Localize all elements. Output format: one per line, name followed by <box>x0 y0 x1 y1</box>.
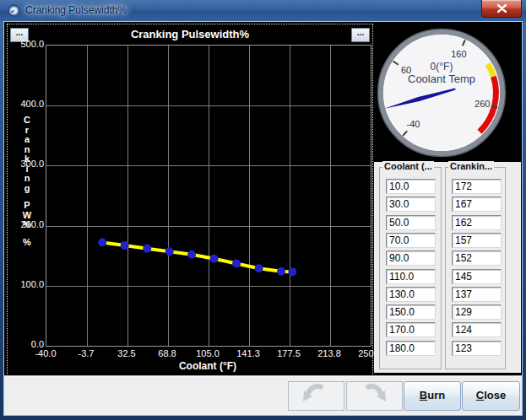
curve-line <box>102 243 292 272</box>
cell-input[interactable] <box>452 269 502 284</box>
y-tick-label: 400.0 <box>8 99 44 109</box>
chart-options-right-button[interactable]: ... <box>351 28 370 42</box>
cell-input[interactable] <box>386 322 436 337</box>
gauge-tick-label: -40 <box>407 119 420 129</box>
burn-button[interactable]: Burn <box>404 381 461 411</box>
x-tick-label: 141.3 <box>228 348 268 358</box>
cell-input[interactable] <box>452 197 502 212</box>
cell-input[interactable] <box>386 287 436 302</box>
x-tick-label: 68.8 <box>147 348 187 358</box>
close-button[interactable] <box>481 0 522 18</box>
curve-point[interactable] <box>210 255 219 263</box>
close-dialog-button[interactable]: Close <box>462 381 520 411</box>
column-header: Coolant (... <box>382 161 434 171</box>
curve-point[interactable] <box>277 267 285 276</box>
cell-input[interactable] <box>386 250 436 266</box>
cell-input[interactable] <box>452 322 502 337</box>
x-tick-label: -3.7 <box>66 348 106 358</box>
cell-input[interactable] <box>452 304 502 320</box>
curve-point[interactable] <box>98 239 106 247</box>
cell-input[interactable] <box>386 179 436 194</box>
cell-input[interactable] <box>386 304 436 320</box>
window-frame: Cranking Pulsewidth% Cranking Pulsewidth… <box>0 0 526 420</box>
gauge-tick-label: 160 <box>451 49 466 59</box>
gauge-tick-label: 260 <box>474 99 490 109</box>
chart-title: Cranking Pulsewidth% <box>8 28 372 40</box>
x-tick-label: 32.5 <box>106 348 147 358</box>
close-icon <box>497 3 507 15</box>
y-tick-label: 300.0 <box>8 159 44 169</box>
curve-point[interactable] <box>255 264 263 272</box>
redo-icon <box>347 382 400 408</box>
curve-point[interactable] <box>232 260 241 268</box>
cell-input[interactable] <box>386 341 436 356</box>
cranking-pw-chart: Cranking Pulsewidth% ... ... CrankingPW%… <box>7 24 373 378</box>
x-tick-label: 105.0 <box>187 348 228 358</box>
cell-input[interactable] <box>452 233 502 248</box>
table-column-cranking: Crankin... <box>445 167 506 369</box>
redo-button[interactable] <box>346 381 403 411</box>
cell-input[interactable] <box>452 250 502 266</box>
curve-point[interactable] <box>121 241 129 250</box>
x-tick-label: -40.0 <box>25 348 66 358</box>
dialog-content: Cranking Pulsewidth% ... ... CrankingPW%… <box>3 21 523 416</box>
cell-input[interactable] <box>452 179 502 194</box>
curve-point[interactable] <box>165 247 174 256</box>
y-tick-label: 200.0 <box>8 219 44 229</box>
right-panel: -4060160260 0(°F) Coolant Temp Coolant (… <box>374 24 521 376</box>
coolant-temp-gauge: -4060160260 0(°F) Coolant Temp <box>374 24 521 162</box>
cell-input[interactable] <box>452 215 502 230</box>
gauge-value: 0(°F) <box>431 61 453 73</box>
column-header: Crankin... <box>448 161 494 171</box>
y-tick-label: 100.0 <box>8 279 44 289</box>
titlebar[interactable]: Cranking Pulsewidth% <box>0 0 526 21</box>
undo-button[interactable] <box>288 381 344 411</box>
curve-table: Coolant (...Crankin... <box>374 162 521 373</box>
cell-input[interactable] <box>386 233 436 248</box>
curve-point[interactable] <box>143 245 151 253</box>
cell-input[interactable] <box>452 341 502 356</box>
gauge-title: Coolant Temp <box>408 73 475 85</box>
x-axis-title: Coolant (°F) <box>46 360 370 372</box>
cell-input[interactable] <box>386 269 436 284</box>
cell-input[interactable] <box>386 197 436 212</box>
cell-input[interactable] <box>452 287 502 302</box>
curve-point[interactable] <box>187 250 196 259</box>
app-icon <box>8 4 20 17</box>
table-column-coolant: Coolant (... <box>379 167 442 369</box>
x-tick-label: 213.8 <box>309 348 350 358</box>
plot-area <box>46 45 371 347</box>
cell-input[interactable] <box>386 215 436 230</box>
footer-bar: Burn Close <box>4 375 522 415</box>
curve-point[interactable] <box>288 267 296 276</box>
y-tick-label: 500.0 <box>8 39 44 49</box>
undo-icon <box>289 382 342 408</box>
window-title: Cranking Pulsewidth% <box>25 4 127 16</box>
x-tick-label: 177.5 <box>268 348 309 358</box>
